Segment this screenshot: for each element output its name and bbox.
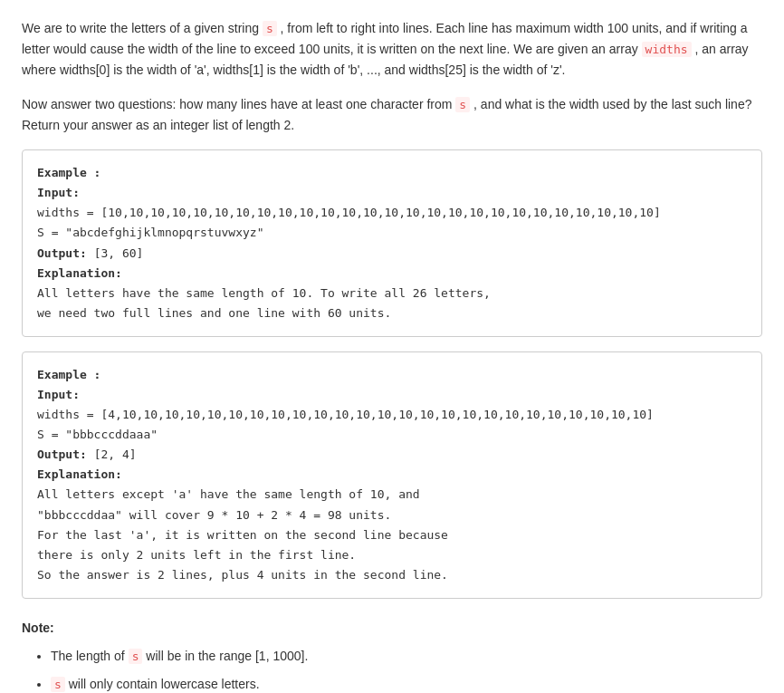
example2-explanation-line3: For the last 'a', it is written on the s… [37,525,747,545]
example2-s-line: S = "bbbcccddaaa" [37,425,747,445]
note2-code1: s [51,677,65,692]
note1-code1: s [129,649,143,664]
example2-explanation-line1: All letters except 'a' have the same len… [37,485,747,505]
example2-explanation-line4: there is only 2 units left in the first … [37,545,747,565]
note-list: The length of s will be in the range [1,… [22,646,762,693]
note1-text-before: The length of [51,649,125,663]
example1-explanation-line1: All letters have the same length of 10. … [37,284,747,303]
note-section: Note: The length of s will be in the ran… [22,621,762,693]
example2-label: Example : [37,365,747,385]
note2-text-after: will only contain lowercase letters. [69,677,260,691]
problem-para2: Now answer two questions: how many lines… [22,94,762,135]
example2-explanation-line2: "bbbcccddaa" will cover 9 * 10 + 2 * 4 =… [37,505,747,525]
example2-widths-line: widths = [4,10,10,10,10,10,10,10,10,10,1… [37,405,747,425]
note-item-2: s will only contain lowercase letters. [51,674,762,693]
intro-text: We are to write the letters of a given s… [22,21,259,35]
s-var-2: s [455,97,470,112]
example1-input-label: Input: [37,183,747,203]
problem-intro: We are to write the letters of a given s… [22,18,762,80]
widths-var-1: widths [642,42,692,57]
example1-explanation-line2: we need two full lines and one line with… [37,303,747,323]
example1-s-line: S = "abcdefghijklmnopqrstuvwxyz" [37,223,747,243]
example1-widths-line: widths = [10,10,10,10,10,10,10,10,10,10,… [37,203,747,223]
example2-input-label: Input: [37,385,747,405]
example2-explanation-label: Explanation: [37,465,747,485]
example1-output: Output: [3, 60] [37,244,747,264]
note-item-1: The length of s will be in the range [1,… [51,646,762,667]
example2-output: Output: [2, 4] [37,445,747,465]
example-box-1: Example : Input: widths = [10,10,10,10,1… [22,149,762,337]
para2-start-text: Now answer two questions: how many lines… [22,97,452,111]
example1-explanation-label: Explanation: [37,264,747,284]
s-var-1: s [263,21,277,36]
note1-text-after: will be in the range [1, 1000]. [146,649,308,663]
example1-label: Example : [37,163,747,183]
example2-explanation-line5: So the answer is 2 lines, plus 4 units i… [37,565,747,585]
note-title: Note: [22,621,762,635]
example-box-2: Example : Input: widths = [4,10,10,10,10… [22,351,762,599]
